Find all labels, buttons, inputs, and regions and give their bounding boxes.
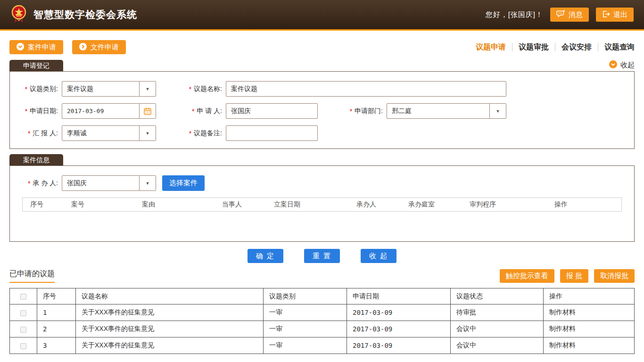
topic-type-select[interactable]: 案件议题 ▼ — [62, 81, 156, 97]
select-case-button[interactable]: 选择案件 — [162, 175, 205, 191]
toolbar: 案件申请 文件申请 议题申请 议题审批 会议安排 议题查询 — [9, 40, 635, 54]
undertaker-select[interactable]: 张国庆 ▼ — [62, 175, 156, 191]
applicant-field — [226, 103, 318, 119]
cancel-approval-button[interactable]: 取消报批 — [594, 269, 635, 283]
file-apply-label: 文件申请 — [91, 43, 119, 52]
register-panel-tab: 申请登记 — [9, 60, 63, 71]
select-all-checkbox[interactable] — [20, 294, 26, 300]
logout-button-label: 退出 — [613, 10, 627, 19]
collapse-button[interactable]: 收 起 — [361, 249, 396, 263]
required-mark: * — [350, 107, 352, 115]
row-checkbox[interactable] — [20, 343, 26, 349]
topic-name-input[interactable] — [226, 82, 506, 96]
undertaker-value: 张国庆 — [62, 179, 139, 188]
required-mark: * — [189, 85, 191, 93]
touch-view-button[interactable]: 触控批示查看 — [500, 269, 554, 283]
app-header: 智慧型数字检委会系统 您好，[张国庆]！ 消息 退出 — [0, 0, 644, 31]
apply-dept-label: 申请部门: — [355, 107, 383, 115]
table-row: 3 关于XXX事件的征集意见 一审 2017-03-09 会议中 制作材料 — [10, 337, 635, 354]
topic-name-field — [226, 81, 506, 97]
logout-button[interactable]: 退出 — [596, 8, 634, 22]
apply-date-field: 2017-03-09 — [62, 103, 156, 119]
col-case-no: 案号 — [71, 200, 142, 209]
tab-topic-apply[interactable]: 议题申请 — [470, 43, 512, 51]
applicant-label: 申 请 人: — [197, 107, 222, 115]
required-mark: * — [28, 130, 30, 137]
topic-note-field — [226, 125, 318, 141]
apply-dept-value: 邢二庭 — [387, 107, 489, 115]
required-mark: * — [192, 107, 194, 115]
calendar-icon[interactable] — [139, 104, 156, 118]
case-apply-button[interactable]: 案件申请 — [9, 40, 63, 54]
cell-topic-type: 一审 — [264, 304, 347, 321]
cell-topic-status: 会议中 — [451, 321, 544, 337]
tab-topic-approve[interactable]: 议题审批 — [512, 43, 555, 51]
collapse-circle-icon — [609, 60, 617, 70]
collapse-link-label: 收起 — [620, 61, 635, 70]
table-row: 2 关于XXX事件的征集意见 一审 2017-03-09 会议中 制作材料 — [10, 321, 635, 337]
cell-topic-name: 关于XXX事件的征集意见 — [76, 304, 264, 321]
national-emblem-icon — [10, 5, 27, 25]
col-seq: 序号 — [37, 288, 76, 304]
col-topic-name: 议题名称 — [76, 288, 264, 304]
cell-operation-link[interactable]: 制作材料 — [544, 304, 635, 321]
chevron-down-icon[interactable]: ▼ — [489, 104, 506, 118]
case-apply-label: 案件申请 — [28, 43, 56, 52]
message-button[interactable]: 消息 — [550, 8, 589, 22]
col-topic-type: 议题类别 — [264, 288, 347, 304]
user-greeting: 您好，[张国庆]！ — [486, 10, 543, 19]
table-row: 1 关于XXX事件的征集意见 一审 2017-03-09 待审批 制作材料 — [10, 304, 635, 321]
apply-date-label: 申请日期: — [30, 107, 58, 115]
cell-topic-type: 一审 — [264, 321, 347, 337]
apply-date-value: 2017-03-09 — [62, 107, 139, 115]
chat-bubble-icon — [556, 10, 565, 19]
chevron-down-icon[interactable]: ▼ — [139, 82, 156, 96]
collapse-panel-link[interactable]: 收起 — [609, 60, 635, 70]
row-checkbox[interactable] — [20, 327, 26, 333]
cell-operation-link[interactable]: 制作材料 — [544, 321, 635, 337]
cell-topic-name: 关于XXX事件的征集意见 — [76, 337, 264, 354]
submit-approval-button[interactable]: 报 批 — [560, 269, 588, 283]
table-header-row: 序号 议题名称 议题类别 申请日期 议题状态 操作 — [10, 288, 635, 304]
applied-section-title: 已申请的议题 — [9, 269, 55, 283]
cell-topic-status: 会议中 — [451, 337, 544, 354]
required-mark: * — [25, 85, 27, 93]
row-checkbox[interactable] — [20, 310, 26, 316]
col-party: 当事人 — [222, 200, 274, 209]
applied-topics-table: 序号 议题名称 议题类别 申请日期 议题状态 操作 1 关于XXX事件的征集意见… — [9, 288, 635, 354]
tab-meeting-arrange[interactable]: 会议安排 — [555, 43, 598, 51]
cell-topic-name: 关于XXX事件的征集意见 — [76, 321, 264, 337]
applicant-input[interactable] — [226, 104, 317, 118]
cell-apply-date: 2017-03-09 — [347, 337, 451, 354]
topic-name-label: 议题名称: — [194, 85, 222, 93]
chevron-down-icon[interactable]: ▼ — [139, 176, 156, 190]
required-mark: * — [25, 107, 27, 115]
cell-apply-date: 2017-03-09 — [347, 304, 451, 321]
brand: 智慧型数字检委会系统 — [10, 5, 137, 25]
confirm-button[interactable]: 确 定 — [248, 249, 283, 263]
col-filing-date: 立案日期 — [274, 200, 356, 209]
form-actions: 确 定 重 置 收 起 — [9, 249, 635, 263]
tab-topic-query[interactable]: 议题查询 — [598, 43, 635, 51]
cell-seq: 1 — [37, 304, 76, 321]
col-operation: 操作 — [554, 200, 621, 209]
file-apply-button[interactable]: 文件申请 — [72, 40, 126, 54]
chevron-down-icon[interactable]: ▼ — [139, 126, 156, 140]
reporter-select[interactable]: 李顺诚 ▼ — [62, 125, 156, 141]
required-mark: * — [28, 180, 30, 187]
col-seq: 序号 — [23, 200, 71, 209]
register-panel: *议题类别: 案件议题 ▼ *议题名称: *申请日期: 2017-03-09 — [9, 71, 635, 149]
cell-topic-type: 一审 — [264, 337, 347, 354]
chevron-down-circle-icon — [17, 43, 24, 52]
topic-note-input[interactable] — [226, 126, 317, 140]
col-operation: 操作 — [544, 288, 635, 304]
case-table-header: 序号 案号 案由 当事人 立案日期 承办人 承办庭室 审判程序 操作 — [22, 197, 622, 212]
undertaker-label: 承 办 人: — [33, 179, 58, 188]
case-panel-tab: 案件信息 — [9, 154, 63, 165]
logout-icon — [602, 10, 610, 19]
reset-button[interactable]: 重 置 — [304, 249, 340, 263]
apply-dept-select[interactable]: 邢二庭 ▼ — [387, 103, 506, 119]
chevron-right-circle-icon — [79, 43, 87, 52]
cell-operation-link[interactable]: 制作材料 — [544, 337, 635, 354]
col-topic-status: 议题状态 — [451, 288, 544, 304]
